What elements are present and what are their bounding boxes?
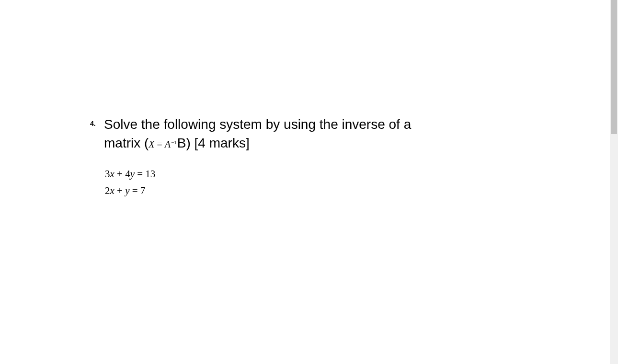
question-text: Solve the following system by using the … <box>104 115 522 152</box>
eq2-y: y <box>125 185 129 196</box>
question-marks: ) [4 marks] <box>186 136 249 150</box>
formula-X: X <box>149 139 154 149</box>
eq2-coef1: 2 <box>105 185 110 196</box>
eq2-plus: + <box>114 185 125 196</box>
question-line-1: Solve the following system by using the … <box>104 115 522 134</box>
document-page: 4. Solve the following system by using t… <box>0 0 608 364</box>
formula-A: A <box>165 139 171 149</box>
eq1-x: x <box>110 168 114 180</box>
system-equations: 3x + 4y = 13 2x + y = 7 <box>105 166 522 199</box>
question-number: 4. <box>90 120 96 127</box>
question-text-matrix: matrix ( <box>104 136 149 150</box>
formula-exponent: −1 <box>171 139 177 145</box>
eq2-x: x <box>110 185 114 196</box>
eq1-y: y <box>130 168 135 180</box>
eq2-rhs: = 7 <box>130 185 146 196</box>
equation-2: 2x + y = 7 <box>105 182 522 199</box>
question-block: 4. Solve the following system by using t… <box>91 115 522 199</box>
formula-B: B <box>177 136 186 150</box>
formula-inline: X = A−1B <box>149 139 186 149</box>
eq1-rhs: = 13 <box>135 168 155 180</box>
eq1-coef2: + 4 <box>114 168 130 180</box>
scrollbar-thumb[interactable] <box>611 0 617 134</box>
equation-1: 3x + 4y = 13 <box>105 166 522 182</box>
scrollbar-track[interactable] <box>610 0 618 364</box>
eq1-coef1: 3 <box>105 168 110 180</box>
formula-equals: = <box>155 139 165 149</box>
question-line-2: matrix (X = A−1B) [4 marks] <box>104 134 522 152</box>
